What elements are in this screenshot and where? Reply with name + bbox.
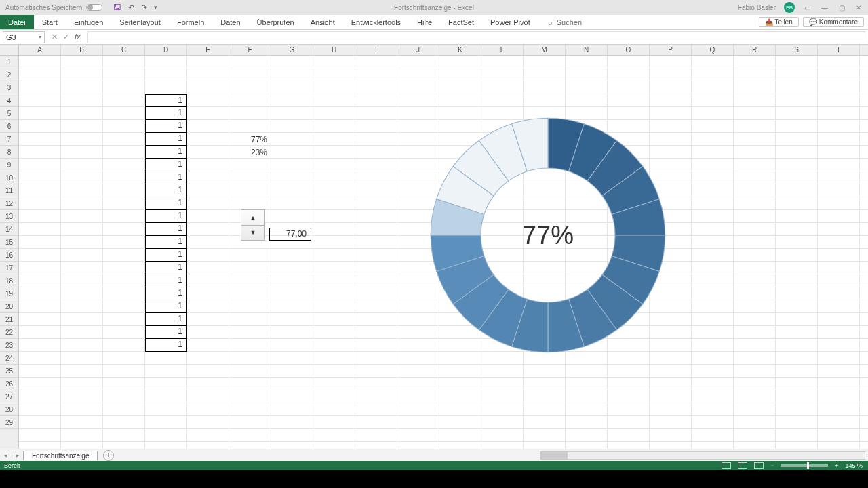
col-header[interactable]: O [608,45,650,55]
cancel-formula-icon[interactable]: ✕ [52,33,58,41]
autosave-toggle[interactable] [86,4,102,11]
fx-icon[interactable]: fx [75,33,81,41]
col-header[interactable]: M [524,45,566,55]
data-cell[interactable]: 1 [145,249,187,262]
col-header[interactable]: B [61,45,103,55]
tab-formeln[interactable]: Formeln [169,15,212,29]
row-header[interactable]: 6 [0,120,18,133]
comments-button[interactable]: 💬Kommentare [803,17,864,27]
col-header[interactable]: F [229,45,271,55]
close-icon[interactable]: ✕ [854,4,863,12]
row-header[interactable]: 19 [0,287,18,300]
row-header[interactable]: 16 [0,249,18,262]
row-header[interactable]: 8 [0,146,18,159]
row-header[interactable]: 2 [0,68,18,81]
data-cell[interactable]: 1 [145,223,187,236]
data-cell[interactable]: 1 [145,274,187,287]
row-header[interactable]: 12 [0,197,18,210]
col-header[interactable]: L [481,45,524,55]
row-header[interactable]: 11 [0,184,18,197]
share-button[interactable]: 📤Teilen [759,17,799,27]
tab-datei[interactable]: Datei [0,15,34,29]
col-header[interactable]: A [19,45,61,55]
redo-icon[interactable]: ↷ [141,3,147,12]
tab-hilfe[interactable]: Hilfe [409,15,440,29]
search-input[interactable]: ⌕ Suchen [548,15,582,29]
data-cell[interactable]: 1 [145,171,187,184]
data-cell[interactable]: 1 [145,197,187,210]
row-header[interactable]: 22 [0,326,18,339]
zoom-level[interactable]: 145 % [845,462,863,469]
row-header[interactable]: 29 [0,416,18,429]
row-header[interactable]: 14 [0,223,18,236]
row-header[interactable]: 15 [0,236,18,249]
cell-percent-filled[interactable]: 77% [251,135,267,144]
row-header[interactable]: 27 [0,390,18,403]
zoom-slider[interactable] [781,464,828,467]
row-header[interactable]: 28 [0,403,18,416]
row-header[interactable]: 7 [0,133,18,146]
minimize-icon[interactable]: — [820,4,829,12]
data-cell[interactable]: 1 [145,184,187,197]
row-header[interactable]: 21 [0,313,18,326]
formula-bar[interactable] [87,31,865,43]
data-cell[interactable]: 1 [145,313,187,326]
row-header[interactable]: 5 [0,107,18,120]
col-header[interactable]: T [818,45,860,55]
qat-customize-icon[interactable]: ▾ [154,4,157,11]
col-header[interactable]: D [145,45,187,55]
col-header[interactable]: H [313,45,355,55]
tab-start[interactable]: Start [34,15,66,29]
zoom-in-icon[interactable]: + [835,462,838,469]
row-header[interactable]: 4 [0,94,18,107]
sheet-tab[interactable]: Fortschrittsanzeige [23,451,98,460]
enter-formula-icon[interactable]: ✓ [63,33,69,41]
col-header[interactable]: E [187,45,229,55]
data-cell[interactable]: 1 [145,120,187,133]
name-box[interactable]: G3▾ [3,31,45,43]
view-normal-icon[interactable] [722,462,731,469]
row-header[interactable]: 24 [0,352,18,365]
col-header[interactable]: G [271,45,313,55]
row-header[interactable]: 17 [0,262,18,274]
spinner-up-icon[interactable]: ▲ [241,210,264,226]
data-cell[interactable]: 1 [145,210,187,223]
tab-nav-next-icon[interactable]: ▸ [12,451,23,459]
row-header[interactable]: 13 [0,210,18,223]
data-cell[interactable]: 1 [145,94,187,107]
select-all-corner[interactable] [0,45,19,55]
tab-daten[interactable]: Daten [212,15,248,29]
row-header[interactable]: 26 [0,378,18,390]
save-icon[interactable]: 🖫 [113,3,121,12]
col-header[interactable]: J [397,45,439,55]
row-header[interactable]: 3 [0,81,18,94]
data-cell[interactable]: 1 [145,326,187,339]
spinner-down-icon[interactable]: ▼ [241,226,264,241]
tab-powerpivot[interactable]: Power Pivot [482,15,538,29]
data-cell[interactable]: 1 [145,339,187,352]
data-cell[interactable]: 1 [145,262,187,274]
data-cell[interactable]: 1 [145,133,187,146]
data-cell[interactable]: 1 [145,287,187,300]
row-header[interactable]: 18 [0,274,18,287]
horizontal-scrollbar[interactable] [540,451,865,460]
col-header[interactable]: N [566,45,608,55]
data-cell[interactable]: 1 [145,107,187,120]
donut-chart[interactable]: 77% [426,113,670,357]
row-header[interactable]: 9 [0,159,18,171]
cell-percent-remaining[interactable]: 23% [251,148,267,157]
col-header[interactable]: I [355,45,397,55]
maximize-icon[interactable]: ▢ [837,4,846,12]
undo-icon[interactable]: ↶ [128,3,134,12]
add-sheet-icon[interactable]: + [103,450,114,461]
data-cell[interactable]: 1 [145,146,187,159]
col-header[interactable]: R [734,45,776,55]
view-pagebreak-icon[interactable] [754,462,764,469]
row-header[interactable]: 23 [0,339,18,352]
col-header[interactable]: S [776,45,818,55]
row-header[interactable]: 1 [0,56,18,68]
row-header[interactable]: 20 [0,300,18,313]
col-header[interactable]: P [650,45,692,55]
tab-einfuegen[interactable]: Einfügen [66,15,111,29]
avatar[interactable]: FB [784,2,795,13]
